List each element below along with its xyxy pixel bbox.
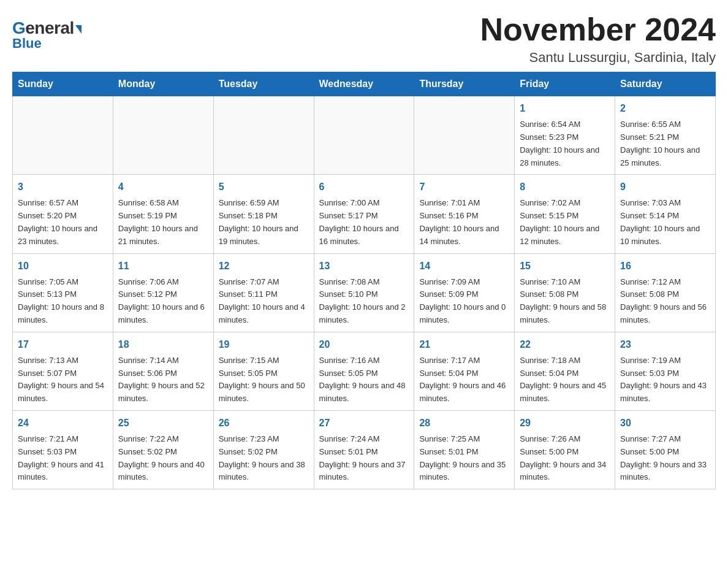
logo: General Blue (12, 12, 82, 52)
day-info: Sunrise: 6:58 AMSunset: 5:19 PMDaylight:… (118, 197, 208, 248)
day-number: 4 (118, 180, 208, 194)
day-number: 11 (118, 259, 208, 274)
calendar-cell: 16Sunrise: 7:12 AMSunset: 5:08 PMDayligh… (615, 253, 716, 332)
calendar-cell: 13Sunrise: 7:08 AMSunset: 5:10 PMDayligh… (314, 253, 414, 332)
calendar-cell: 3Sunrise: 6:57 AMSunset: 5:20 PMDaylight… (13, 175, 113, 253)
day-number: 8 (520, 180, 610, 194)
day-info: Sunrise: 6:59 AMSunset: 5:18 PMDaylight:… (219, 197, 309, 248)
day-info: Sunrise: 7:03 AMSunset: 5:14 PMDaylight:… (620, 197, 710, 248)
week-row-3: 10Sunrise: 7:05 AMSunset: 5:13 PMDayligh… (13, 253, 716, 332)
day-number: 23 (620, 337, 710, 352)
calendar-cell: 15Sunrise: 7:10 AMSunset: 5:08 PMDayligh… (515, 253, 615, 332)
calendar-cell (414, 96, 515, 175)
calendar-header-wednesday: Wednesday (314, 72, 414, 96)
day-info: Sunrise: 7:15 AMSunset: 5:05 PMDaylight:… (219, 354, 309, 405)
calendar-cell (13, 96, 113, 175)
day-info: Sunrise: 7:13 AMSunset: 5:07 PMDaylight:… (18, 354, 108, 405)
day-number: 28 (419, 416, 509, 431)
day-number: 25 (118, 416, 208, 431)
day-info: Sunrise: 7:00 AMSunset: 5:17 PMDaylight:… (319, 197, 409, 248)
day-number: 15 (520, 259, 610, 274)
week-row-4: 17Sunrise: 7:13 AMSunset: 5:07 PMDayligh… (13, 332, 716, 410)
day-info: Sunrise: 7:19 AMSunset: 5:03 PMDaylight:… (620, 354, 710, 405)
day-info: Sunrise: 7:26 AMSunset: 5:00 PMDaylight:… (520, 433, 610, 484)
calendar-header-saturday: Saturday (615, 72, 716, 96)
calendar-cell: 5Sunrise: 6:59 AMSunset: 5:18 PMDaylight… (213, 175, 314, 253)
day-number: 27 (319, 416, 409, 431)
day-number: 9 (620, 180, 710, 194)
page-header: General Blue November 2024 Santu Lussurg… (12, 12, 716, 66)
day-info: Sunrise: 7:14 AMSunset: 5:06 PMDaylight:… (118, 354, 208, 405)
day-number: 12 (219, 259, 309, 274)
calendar-cell: 24Sunrise: 7:21 AMSunset: 5:03 PMDayligh… (13, 410, 113, 489)
day-info: Sunrise: 7:05 AMSunset: 5:13 PMDaylight:… (18, 276, 108, 327)
calendar-cell: 8Sunrise: 7:02 AMSunset: 5:15 PMDaylight… (515, 175, 615, 253)
calendar-cell: 6Sunrise: 7:00 AMSunset: 5:17 PMDaylight… (314, 175, 414, 253)
day-info: Sunrise: 7:22 AMSunset: 5:02 PMDaylight:… (118, 433, 208, 484)
day-info: Sunrise: 7:16 AMSunset: 5:05 PMDaylight:… (319, 354, 409, 405)
title-block: November 2024 Santu Lussurgiu, Sardinia,… (480, 12, 716, 66)
day-number: 3 (18, 180, 108, 194)
day-number: 26 (219, 416, 309, 431)
calendar-cell (113, 96, 213, 175)
calendar-cell: 1Sunrise: 6:54 AMSunset: 5:23 PMDaylight… (515, 96, 615, 175)
day-number: 10 (18, 259, 108, 274)
day-info: Sunrise: 7:23 AMSunset: 5:02 PMDaylight:… (219, 433, 309, 484)
calendar-cell: 18Sunrise: 7:14 AMSunset: 5:06 PMDayligh… (113, 332, 213, 410)
calendar-header-sunday: Sunday (13, 72, 113, 96)
calendar-cell: 27Sunrise: 7:24 AMSunset: 5:01 PMDayligh… (314, 410, 414, 489)
calendar-cell: 4Sunrise: 6:58 AMSunset: 5:19 PMDaylight… (113, 175, 213, 253)
day-info: Sunrise: 6:54 AMSunset: 5:23 PMDaylight:… (520, 118, 610, 169)
day-number: 19 (219, 337, 309, 352)
calendar-cell: 30Sunrise: 7:27 AMSunset: 5:00 PMDayligh… (615, 410, 716, 489)
week-row-5: 24Sunrise: 7:21 AMSunset: 5:03 PMDayligh… (13, 410, 716, 489)
calendar-cell: 29Sunrise: 7:26 AMSunset: 5:00 PMDayligh… (515, 410, 615, 489)
day-number: 1 (520, 101, 610, 116)
day-number: 24 (18, 416, 108, 431)
calendar-cell: 22Sunrise: 7:18 AMSunset: 5:04 PMDayligh… (515, 332, 615, 410)
day-info: Sunrise: 7:06 AMSunset: 5:12 PMDaylight:… (118, 276, 208, 327)
calendar-cell: 28Sunrise: 7:25 AMSunset: 5:01 PMDayligh… (414, 410, 515, 489)
calendar-cell (314, 96, 414, 175)
day-info: Sunrise: 7:12 AMSunset: 5:08 PMDaylight:… (620, 276, 710, 327)
calendar-cell: 21Sunrise: 7:17 AMSunset: 5:04 PMDayligh… (414, 332, 515, 410)
day-info: Sunrise: 7:02 AMSunset: 5:15 PMDaylight:… (520, 197, 610, 248)
day-number: 2 (620, 101, 710, 116)
week-row-1: 1Sunrise: 6:54 AMSunset: 5:23 PMDaylight… (13, 96, 716, 175)
day-info: Sunrise: 7:21 AMSunset: 5:03 PMDaylight:… (18, 433, 108, 484)
calendar-cell (213, 96, 314, 175)
day-info: Sunrise: 7:17 AMSunset: 5:04 PMDaylight:… (419, 354, 509, 405)
calendar-header-row: SundayMondayTuesdayWednesdayThursdayFrid… (13, 72, 716, 96)
calendar-header-monday: Monday (113, 72, 213, 96)
calendar-cell: 2Sunrise: 6:55 AMSunset: 5:21 PMDaylight… (615, 96, 716, 175)
day-info: Sunrise: 7:24 AMSunset: 5:01 PMDaylight:… (319, 433, 409, 484)
day-number: 6 (319, 180, 409, 194)
day-number: 16 (620, 259, 710, 274)
day-number: 18 (118, 337, 208, 352)
day-number: 22 (520, 337, 610, 352)
day-info: Sunrise: 7:10 AMSunset: 5:08 PMDaylight:… (520, 276, 610, 327)
day-number: 14 (419, 259, 509, 274)
day-number: 5 (219, 180, 309, 194)
day-info: Sunrise: 7:07 AMSunset: 5:11 PMDaylight:… (219, 276, 309, 327)
page-subtitle: Santu Lussurgiu, Sardinia, Italy (480, 50, 716, 66)
calendar-cell: 25Sunrise: 7:22 AMSunset: 5:02 PMDayligh… (113, 410, 213, 489)
calendar-cell: 20Sunrise: 7:16 AMSunset: 5:05 PMDayligh… (314, 332, 414, 410)
calendar-cell: 23Sunrise: 7:19 AMSunset: 5:03 PMDayligh… (615, 332, 716, 410)
calendar-cell: 14Sunrise: 7:09 AMSunset: 5:09 PMDayligh… (414, 253, 515, 332)
calendar-cell: 11Sunrise: 7:06 AMSunset: 5:12 PMDayligh… (113, 253, 213, 332)
calendar-header-friday: Friday (515, 72, 615, 96)
calendar-cell: 7Sunrise: 7:01 AMSunset: 5:16 PMDaylight… (414, 175, 515, 253)
day-info: Sunrise: 6:57 AMSunset: 5:20 PMDaylight:… (18, 197, 108, 248)
day-number: 7 (419, 180, 509, 194)
day-info: Sunrise: 6:55 AMSunset: 5:21 PMDaylight:… (620, 118, 710, 169)
calendar-cell: 10Sunrise: 7:05 AMSunset: 5:13 PMDayligh… (13, 253, 113, 332)
day-number: 30 (620, 416, 710, 431)
day-info: Sunrise: 7:01 AMSunset: 5:16 PMDaylight:… (419, 197, 509, 248)
week-row-2: 3Sunrise: 6:57 AMSunset: 5:20 PMDaylight… (13, 175, 716, 253)
day-number: 17 (18, 337, 108, 352)
calendar-cell: 17Sunrise: 7:13 AMSunset: 5:07 PMDayligh… (13, 332, 113, 410)
calendar-header-tuesday: Tuesday (213, 72, 314, 96)
page-title: November 2024 (480, 12, 716, 47)
calendar-cell: 19Sunrise: 7:15 AMSunset: 5:05 PMDayligh… (213, 332, 314, 410)
